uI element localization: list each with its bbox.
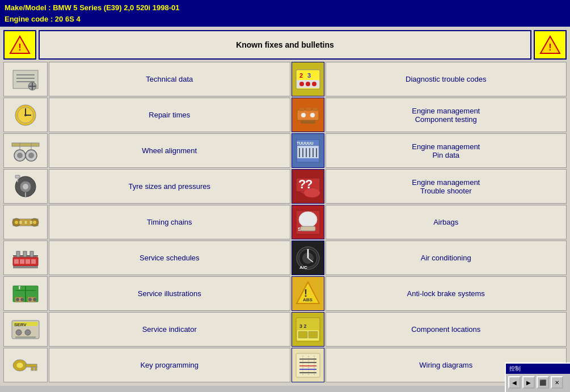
warning-icon-right[interactable]: ! [534, 30, 567, 60]
taskbar-btn-2[interactable]: ▶ [522, 376, 535, 389]
label-air-conditioning[interactable]: Air conditioning [326, 241, 567, 275]
svg-point-34 [28, 153, 34, 158]
svg-text:⬆: ⬆ [18, 285, 22, 290]
svg-rect-73 [31, 259, 36, 264]
label-key-programming[interactable]: Key programming [49, 348, 290, 382]
svg-rect-25 [306, 108, 311, 111]
icon-mid-dtc[interactable]: 2 3 [292, 62, 324, 96]
svg-rect-104 [15, 336, 36, 338]
svg-point-102 [16, 330, 22, 335]
svg-point-22 [24, 114, 27, 116]
known-fixes-bar[interactable]: Known fixes and bulletins [39, 30, 531, 60]
label-technical-data[interactable]: Technical data [49, 62, 290, 96]
icon-mid-pin-data[interactable]: TUUUUU [292, 133, 324, 168]
label-service-illustrations[interactable]: Service illustrations [49, 276, 290, 311]
icon-wheel-alignment[interactable] [3, 133, 48, 168]
header-line1: Make/Model : BMW 5 Series (E39) 2,0 520i… [5, 2, 565, 14]
icon-mid-trouble[interactable]: ? ? [292, 169, 324, 204]
icon-service-illustrations[interactable]: ⬆ [3, 276, 48, 311]
table-row: Tyre sizes and pressures ? ? Engine mana… [3, 169, 567, 204]
label-trouble-shooter[interactable]: Engine management Trouble shooter [326, 169, 567, 204]
table-row: Technical data 2 3 Diagnostic trouble co… [3, 62, 567, 96]
svg-point-67 [299, 212, 317, 227]
table-row: Wheel alignment TUUUUU Engine managem [3, 133, 567, 168]
table-row: ⬆ Service illustrations ABS ! Anti-lock … [3, 276, 567, 311]
taskbar-title: 控制 [506, 364, 570, 374]
svg-rect-24 [299, 108, 304, 111]
label-wheel-alignment[interactable]: Wheel alignment [49, 133, 290, 168]
svg-rect-46 [297, 158, 319, 162]
label-engine-component[interactable]: Engine management Component testing [326, 98, 567, 132]
svg-rect-62 [19, 221, 22, 224]
taskbar: 控制 ◀ ▶ ⬛ ✕ [505, 363, 570, 392]
table-row: SERV Service indicator 3 2 [3, 312, 567, 347]
known-fixes-label: Known fixes and bulletins [236, 40, 334, 49]
label-airbags[interactable]: Airbags [326, 205, 567, 239]
svg-point-56 [304, 188, 320, 197]
icon-mid-component[interactable]: 3 2 [292, 312, 324, 347]
svg-rect-26 [313, 108, 318, 111]
taskbar-btn-4[interactable]: ✕ [551, 376, 563, 389]
svg-text:!: ! [18, 43, 21, 52]
icon-technical-data[interactable] [3, 62, 48, 96]
label-pin-data[interactable]: Engine management Pin data [326, 133, 567, 168]
taskbar-btn-1[interactable]: ◀ [508, 376, 521, 389]
svg-rect-50 [15, 175, 20, 178]
label-abs[interactable]: Anti-lock brake systems [326, 276, 567, 311]
svg-text:A/C: A/C [299, 265, 307, 270]
svg-point-49 [23, 184, 28, 189]
icon-mid-engine-component[interactable] [292, 98, 324, 132]
icon-mid-ac[interactable]: A/C [292, 241, 324, 275]
icon-service-schedules[interactable] [3, 241, 48, 275]
svg-rect-76 [16, 251, 20, 257]
table-row: Repair times Engine management Component… [3, 98, 567, 132]
svg-rect-23 [297, 110, 319, 120]
icon-mid-abs[interactable]: ABS ! [292, 276, 324, 311]
svg-rect-109 [309, 331, 318, 338]
svg-text:SERV: SERV [14, 322, 27, 327]
label-component-locations[interactable]: Component locations [326, 312, 567, 347]
svg-point-103 [25, 330, 31, 335]
label-service-schedules[interactable]: Service schedules [49, 241, 290, 275]
svg-point-89 [20, 298, 24, 301]
table-row: Timing chains SRS Airbags [3, 205, 567, 239]
header: Make/Model : BMW 5 Series (E39) 2,0 520i… [0, 0, 570, 27]
icon-timing-chains[interactable] [3, 205, 48, 239]
label-repair-times[interactable]: Repair times [49, 98, 290, 132]
warning-icon-left[interactable]: ! [3, 30, 36, 60]
svg-point-92 [33, 298, 36, 301]
svg-text:2: 2 [299, 72, 303, 79]
label-service-indicator[interactable]: Service indicator [49, 312, 290, 347]
svg-text:TUUUUU: TUUUUU [297, 141, 314, 145]
svg-rect-71 [20, 259, 24, 264]
icon-mid-wiring[interactable] [292, 348, 324, 382]
svg-point-91 [28, 298, 32, 301]
grid-container: Technical data 2 3 Diagnostic trouble co… [3, 62, 567, 382]
main-content: ! Known fixes and bulletins ! [0, 27, 570, 386]
svg-rect-74 [13, 266, 38, 268]
svg-point-29 [310, 113, 315, 117]
header-line2: Engine code : 20 6S 4 [5, 14, 565, 25]
svg-rect-115 [296, 353, 320, 377]
svg-rect-112 [26, 364, 37, 367]
taskbar-btn-3[interactable]: ⬛ [537, 376, 549, 389]
taskbar-body: ◀ ▶ ⬛ ✕ [506, 374, 570, 391]
svg-point-32 [17, 153, 23, 158]
table-row: Key programming Wiring diagrams [3, 348, 567, 382]
table-row: Service schedules A/C Air conditioning [3, 241, 567, 275]
svg-rect-30 [12, 143, 39, 146]
svg-rect-78 [30, 251, 33, 257]
label-diagnostic[interactable]: Diagnostic trouble codes [326, 62, 567, 96]
label-tyre-sizes[interactable]: Tyre sizes and pressures [49, 169, 290, 204]
icon-repair-times[interactable] [3, 98, 48, 132]
svg-point-17 [312, 82, 316, 86]
svg-point-61 [33, 221, 36, 224]
top-bar: ! Known fixes and bulletins ! [3, 30, 567, 60]
icon-key-programming[interactable] [3, 348, 48, 382]
svg-point-59 [15, 221, 18, 224]
icon-tyre-sizes[interactable] [3, 169, 48, 204]
icon-service-indicator[interactable]: SERV [3, 312, 48, 347]
svg-text:!: ! [548, 43, 551, 52]
label-timing-chains[interactable]: Timing chains [49, 205, 290, 239]
icon-mid-airbags[interactable]: SRS [292, 205, 324, 239]
